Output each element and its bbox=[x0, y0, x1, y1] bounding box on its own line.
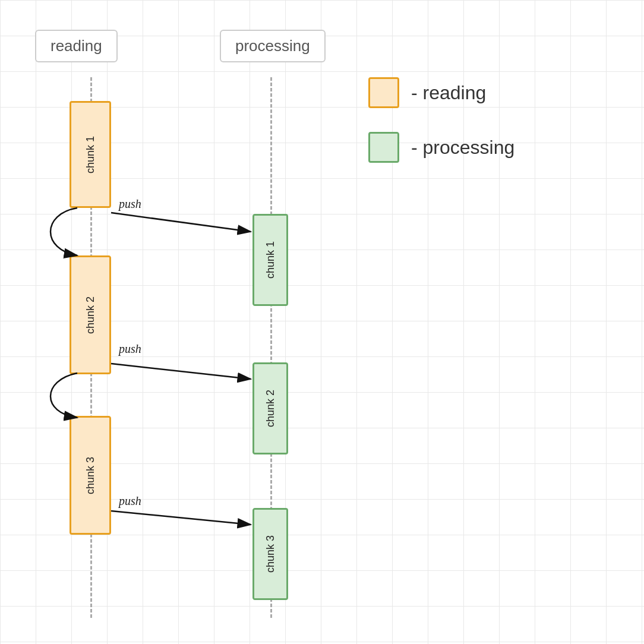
legend-item-reading: - reading bbox=[368, 77, 514, 108]
legend-label-processing: - processing bbox=[411, 137, 514, 159]
chunk-processing-3: chunk 3 bbox=[252, 508, 288, 600]
legend-box-processing bbox=[368, 132, 399, 163]
chunk-reading-2: chunk 2 bbox=[70, 255, 111, 374]
push-arrow-3 bbox=[111, 511, 251, 525]
chunk-reading-3: chunk 3 bbox=[70, 416, 111, 535]
push-label-2: push bbox=[119, 342, 141, 356]
push-label-1: push bbox=[119, 197, 141, 211]
chunk-reading-1: chunk 1 bbox=[70, 101, 111, 208]
legend-box-reading bbox=[368, 77, 399, 108]
legend-label-reading: - reading bbox=[411, 82, 486, 104]
chunk-processing-1: chunk 1 bbox=[252, 214, 288, 306]
loop-arrow-2 bbox=[50, 373, 77, 418]
push-arrow-2 bbox=[111, 364, 251, 379]
legend: - reading - processing bbox=[368, 77, 514, 187]
diagram-container: reading processing chunk 1 chunk 2 chunk… bbox=[0, 0, 644, 644]
chunk-processing-2: chunk 2 bbox=[252, 362, 288, 454]
push-arrow-1 bbox=[111, 213, 251, 232]
loop-arrow-1 bbox=[50, 208, 77, 255]
push-label-3: push bbox=[119, 494, 141, 508]
lane-header-processing: processing bbox=[220, 30, 326, 62]
legend-item-processing: - processing bbox=[368, 132, 514, 163]
lane-header-reading: reading bbox=[35, 30, 118, 62]
